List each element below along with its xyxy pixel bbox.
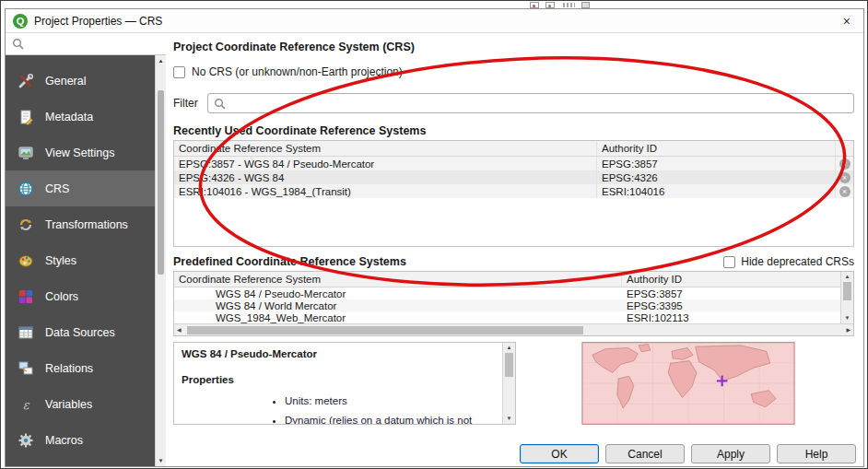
sidebar-item-general[interactable]: General xyxy=(6,63,155,99)
authority-cell: EPSG:3395 xyxy=(622,299,840,311)
sidebar: General Metadata View Settings CRS xyxy=(6,33,166,466)
remove-crs-icon[interactable]: × xyxy=(839,158,850,170)
authority-cell: EPSG:3857 xyxy=(622,287,840,299)
view-settings-icon xyxy=(17,144,35,162)
sidebar-item-view-settings[interactable]: View Settings xyxy=(6,135,155,170)
remove-crs-icon[interactable]: × xyxy=(839,186,850,197)
column-header-crs[interactable]: Coordinate Reference System xyxy=(174,272,622,287)
recent-crs-row[interactable]: EPSG:3857 - WGS 84 / Pseudo-Mercator EPS… xyxy=(174,157,853,170)
predefined-horizontal-scrollbar[interactable]: ◀ ▶ xyxy=(174,323,853,335)
hide-deprecated-checkbox[interactable] xyxy=(723,256,735,268)
predefined-section-row: Predefined Coordinate Reference Systems … xyxy=(173,255,854,268)
predefined-crs-row[interactable]: WGS_1984_Web_Mercator ESRI:102113 xyxy=(174,311,840,323)
no-crs-label: No CRS (or unknown/non-Earth projection) xyxy=(192,65,403,78)
sidebar-item-label: Data Sources xyxy=(45,326,115,339)
recent-crs-row[interactable]: ESRI:104016 - WGS_1984_(Transit) ESRI:10… xyxy=(174,184,853,198)
help-button[interactable]: Help xyxy=(777,444,856,463)
main-panel: Project Coordinate Reference System (CRS… xyxy=(166,33,863,466)
filter-input[interactable] xyxy=(207,93,854,113)
scroll-down-icon[interactable]: ▼ xyxy=(156,456,166,465)
properties-scrollbar[interactable]: ▲ ▼ xyxy=(502,343,515,424)
dialog-titlebar[interactable]: Q Project Properties — CRS × xyxy=(6,9,863,33)
sidebar-item-metadata[interactable]: Metadata xyxy=(6,99,155,135)
scroll-right-icon[interactable]: ▶ xyxy=(846,327,850,334)
column-header-authority[interactable]: Authority ID xyxy=(597,141,835,156)
scroll-up-icon[interactable]: ▲ xyxy=(841,273,853,281)
scrollbar-thumb[interactable] xyxy=(187,326,583,334)
scroll-down-icon[interactable]: ▼ xyxy=(503,415,515,423)
scroll-up-icon[interactable]: ▲ xyxy=(156,56,166,65)
predefined-crs-row[interactable]: WGS 84 / World Mercator EPSG:3395 xyxy=(174,299,840,311)
sidebar-item-label: Relations xyxy=(45,362,93,375)
sidebar-item-macros[interactable]: Macros xyxy=(6,422,155,458)
close-button[interactable]: × xyxy=(839,14,854,29)
sidebar-item-styles[interactable]: Styles xyxy=(6,242,155,278)
crs-name-cell: WGS_1984_Web_Mercator xyxy=(174,311,622,323)
crs-name-cell: EPSG:4326 - WGS 84 xyxy=(174,170,597,184)
remove-crs-icon[interactable]: × xyxy=(839,172,850,183)
dialog-body: General Metadata View Settings CRS xyxy=(6,33,863,466)
styles-icon xyxy=(17,252,35,270)
scroll-up-icon[interactable]: ▲ xyxy=(503,344,515,352)
sidebar-search-input[interactable] xyxy=(6,33,166,55)
recent-crs-row[interactable]: EPSG:4326 - WGS 84 EPSG:4326 × xyxy=(174,170,853,184)
crs-properties-panel: WGS 84 / Pseudo-Mercator Properties Unit… xyxy=(173,342,516,425)
scrollbar-thumb[interactable] xyxy=(505,353,513,377)
sidebar-item-variables[interactable]: ε Variables xyxy=(6,386,155,422)
search-icon xyxy=(12,38,24,50)
dialog-title: Project Properties — CRS xyxy=(34,15,162,28)
scroll-left-icon[interactable]: ◀ xyxy=(177,327,182,334)
sidebar-item-label: Transformations xyxy=(45,218,128,231)
column-header-crs[interactable]: Coordinate Reference System xyxy=(174,141,597,156)
property-item: Dynamic (relies on a datum which is not … xyxy=(285,413,497,425)
properties-list: Units: meters Dynamic (relies on a datum… xyxy=(182,393,497,425)
qgis-logo-icon: Q xyxy=(13,14,28,29)
apply-button[interactable]: Apply xyxy=(691,444,770,463)
crs-name-cell: EPSG:3857 - WGS 84 / Pseudo-Mercator xyxy=(174,157,597,170)
property-item: Units: meters xyxy=(285,393,497,408)
recent-section-title: Recently Used Coordinate Reference Syste… xyxy=(173,124,854,137)
no-crs-checkbox[interactable] xyxy=(173,66,185,78)
no-crs-checkbox-row[interactable]: No CRS (or unknown/non-Earth projection) xyxy=(173,65,854,78)
sidebar-item-data-sources[interactable]: Data Sources xyxy=(6,314,155,350)
authority-cell: ESRI:104016 xyxy=(597,184,835,198)
sidebar-item-label: Variables xyxy=(45,398,92,411)
crs-name-cell: WGS 84 / World Mercator xyxy=(174,299,622,311)
sidebar-item-crs[interactable]: CRS xyxy=(6,170,155,206)
sidebar-item-label: View Settings xyxy=(45,147,115,159)
world-map-preview xyxy=(581,342,796,425)
selected-crs-name: WGS 84 / Pseudo-Mercator xyxy=(182,348,497,359)
predefined-vertical-scrollbar[interactable]: ▲ ▼ xyxy=(840,272,853,323)
scrollbar-thumb[interactable] xyxy=(158,90,164,275)
scroll-down-icon[interactable]: ▼ xyxy=(841,314,853,322)
authority-cell: EPSG:3857 xyxy=(597,157,835,170)
background-fragment-icon xyxy=(530,2,539,8)
predefined-crs-row[interactable]: WGS 84 / Pseudo-Mercator EPSG:3857 xyxy=(174,287,840,299)
relations-icon xyxy=(17,359,35,378)
ok-button[interactable]: OK xyxy=(520,444,599,463)
column-header-remove xyxy=(835,141,853,156)
sidebar-item-label: Styles xyxy=(45,254,76,267)
column-header-authority[interactable]: Authority ID xyxy=(622,272,840,287)
variables-icon: ε xyxy=(17,395,35,414)
authority-cell: EPSG:4326 xyxy=(597,170,835,184)
sidebar-scrollbar[interactable]: ▲ ▼ xyxy=(155,55,166,466)
cancel-button[interactable]: Cancel xyxy=(605,444,685,463)
scrollbar-thumb[interactable] xyxy=(843,282,851,300)
predefined-section-title: Predefined Coordinate Reference Systems xyxy=(173,255,406,268)
transformations-icon xyxy=(17,216,35,234)
data-sources-icon xyxy=(17,323,35,342)
sidebar-item-label: General xyxy=(45,75,86,88)
sidebar-item-label: CRS xyxy=(45,182,69,195)
sidebar-item-label: Macros xyxy=(45,434,83,447)
sidebar-item-relations[interactable]: Relations xyxy=(6,350,155,386)
predefined-table-header: Coordinate Reference System Authority ID xyxy=(174,272,840,287)
metadata-icon xyxy=(17,108,35,126)
crs-name-cell: ESRI:104016 - WGS_1984_(Transit) xyxy=(174,184,597,198)
sidebar-item-colors[interactable]: Colors xyxy=(6,278,155,314)
sidebar-item-label: Colors xyxy=(45,290,78,303)
sidebar-item-transformations[interactable]: Transformations xyxy=(6,206,155,242)
hide-deprecated-row[interactable]: Hide deprecated CRSs xyxy=(723,255,854,268)
svg-text:ε: ε xyxy=(23,397,30,411)
background-fragment-icon xyxy=(545,2,555,8)
